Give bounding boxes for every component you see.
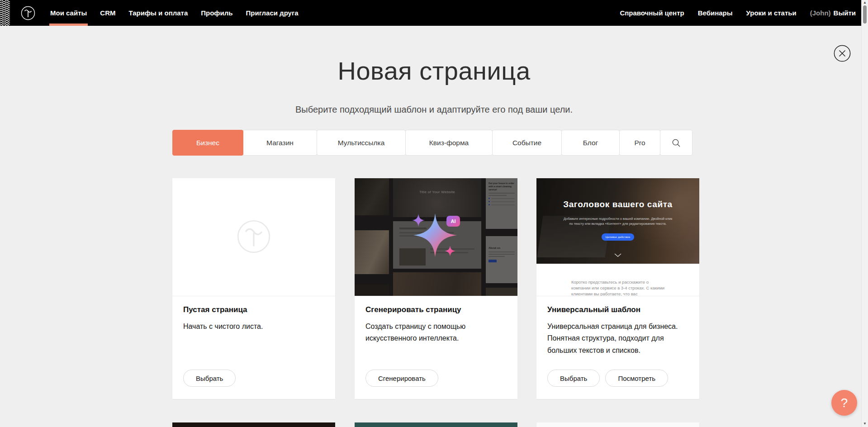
tilda-logo-icon[interactable]: [19, 4, 37, 22]
tab-quiz-form[interactable]: Квиз-форма: [405, 130, 493, 156]
template-hero: Заголовок вашего сайта Добавьте интересн…: [536, 178, 699, 264]
page-subtitle: Выберите подходящий шаблон и адаптируйте…: [172, 104, 696, 115]
ai-generate-card: Title of Your Website Get your house in …: [355, 178, 517, 399]
scroll-down-arrow[interactable]: ▼: [862, 422, 868, 426]
user-account: (John) Выйти: [810, 9, 856, 17]
tab-pro[interactable]: Pro: [619, 130, 660, 156]
next-row-template-card[interactable]: [355, 422, 517, 427]
nav-item-pricing[interactable]: Тарифы и оплата: [128, 0, 188, 26]
nav-item-lessons-articles[interactable]: Уроки и статьи: [746, 9, 797, 17]
template-grid: Пустая страница Начать с чистого листа. …: [172, 178, 699, 427]
nav-item-crm[interactable]: CRM: [100, 0, 115, 26]
secondary-menu: Справочный центр Вебинары Уроки и статьи…: [620, 0, 856, 26]
help-button[interactable]: ?: [831, 390, 857, 416]
close-x-icon: [840, 51, 845, 57]
card-description: Создать страницу с помощью искусственног…: [365, 321, 470, 345]
universal-template-preview[interactable]: Заголовок вашего сайта Добавьте интересн…: [536, 178, 699, 296]
new-page-dialog: Мои сайты CRM Тарифы и оплата Профиль Пр…: [0, 0, 868, 427]
tab-multilink[interactable]: Мультиссылка: [317, 130, 406, 156]
blank-page-card: Пустая страница Начать с чистого листа. …: [172, 178, 335, 399]
close-button[interactable]: [834, 45, 851, 62]
ai-generate-preview[interactable]: Title of Your Website Get your house in …: [355, 178, 517, 296]
tilda-watermark-icon: [232, 215, 275, 258]
ai-sparkle-icon: [355, 178, 517, 296]
hero-subtitle: Добавьте интересные подробности о вашей …: [561, 216, 674, 227]
template-text-section: Коротко представьтесь и расскажите о ком…: [536, 264, 699, 296]
tab-business[interactable]: Бизнес: [172, 130, 243, 156]
select-template-button[interactable]: Выбрать: [547, 370, 600, 387]
card-body: Сгенерировать страницу Создать страницу …: [355, 296, 517, 399]
card-title: Сгенерировать страницу: [365, 305, 461, 314]
scroll-up-arrow[interactable]: ▲: [862, 0, 868, 5]
logout-link[interactable]: Выйти: [834, 9, 856, 17]
generate-button[interactable]: Сгенерировать: [365, 370, 438, 387]
card-body: Пустая страница Начать с чистого листа. …: [172, 296, 335, 399]
chevron-down-icon: [614, 253, 621, 257]
page-title: Новая страница: [172, 56, 696, 85]
scrollbar-thumb[interactable]: [863, 5, 867, 24]
tab-search[interactable]: [660, 130, 693, 156]
preview-template-button[interactable]: Посмотреть: [605, 370, 668, 387]
card-title: Универсальный шаблон: [547, 305, 640, 314]
next-row-template-card[interactable]: [172, 422, 335, 427]
card-title: Пустая страница: [183, 305, 247, 314]
template-category-tabs: Бизнес Магазин Мультиссылка Квиз-форма С…: [173, 130, 693, 156]
nav-item-invite-friend[interactable]: Пригласи друга: [246, 0, 298, 26]
card-description: Универсальная страница для бизнеса. Поня…: [547, 321, 683, 356]
tab-shop[interactable]: Магазин: [243, 130, 317, 156]
universal-template-card: Заголовок вашего сайта Добавьте интересн…: [536, 178, 699, 399]
tab-event[interactable]: Событие: [492, 130, 562, 156]
ai-badge: AI: [446, 216, 460, 227]
nav-item-webinars[interactable]: Вебинары: [698, 9, 733, 17]
blank-page-preview[interactable]: [172, 178, 335, 296]
user-name: (John): [810, 9, 831, 17]
template-paragraph: Коротко представьтесь и расскажите о ком…: [571, 279, 664, 296]
nav-item-my-sites[interactable]: Мои сайты: [50, 0, 87, 26]
hero-title: Заголовок вашего сайта: [536, 199, 699, 209]
tab-blog[interactable]: Блог: [561, 130, 620, 156]
select-blank-button[interactable]: Выбрать: [183, 370, 236, 387]
card-body: Универсальный шаблон Универсальная стран…: [536, 296, 699, 399]
hero-cta-button: Целевое действие: [602, 233, 634, 241]
nav-item-profile[interactable]: Профиль: [201, 0, 232, 26]
nav-item-help-center[interactable]: Справочный центр: [620, 9, 684, 17]
next-row-template-card[interactable]: [536, 422, 699, 427]
vertical-scrollbar[interactable]: ▲ ▼: [861, 0, 868, 427]
zigzag-edge-decoration: [0, 0, 10, 26]
search-icon: [672, 138, 681, 147]
card-description: Начать с чистого листа.: [183, 321, 263, 332]
main-menu: Мои сайты CRM Тарифы и оплата Профиль Пр…: [50, 0, 299, 26]
top-navbar: Мои сайты CRM Тарифы и оплата Профиль Пр…: [0, 0, 861, 26]
